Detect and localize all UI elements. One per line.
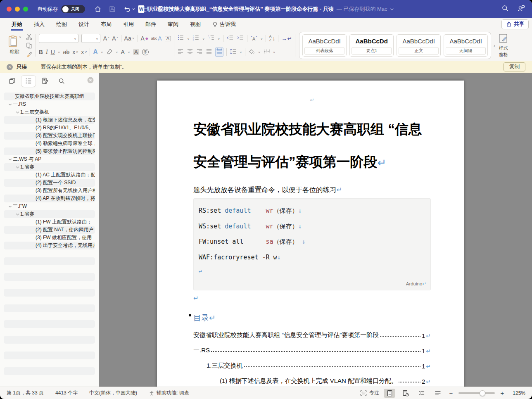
- outline-item[interactable]: 1.省赛: [4, 163, 95, 171]
- outline-item[interactable]: (1) FW 上配置默认路由；: [4, 218, 95, 226]
- align-center-button[interactable]: [187, 48, 193, 56]
- multilevel-chevron[interactable]: ∨: [218, 37, 220, 40]
- subscript-button[interactable]: x2: [72, 49, 78, 55]
- outline-item[interactable]: (1) AC 上配置默认路由；配: [4, 171, 95, 179]
- underline-dropdown-chevron[interactable]: ∨: [58, 50, 60, 53]
- outline-expand-chevron-icon[interactable]: [14, 213, 20, 216]
- outline-item[interactable]: (2) 配置一个 SSID: [4, 179, 95, 187]
- style-gallery-more-chevron[interactable]: ›: [494, 43, 495, 48]
- enclose-characters-button[interactable]: 字: [142, 49, 149, 55]
- outline-item[interactable]: (2) 配置 NAT，使内网用户: [4, 226, 95, 234]
- tab-绘图[interactable]: 绘图: [55, 18, 68, 31]
- shading-chevron[interactable]: ∨: [258, 50, 261, 53]
- font-color-button[interactable]: A: [121, 49, 125, 55]
- outline-item[interactable]: 三.FW: [4, 202, 95, 210]
- search-icon[interactable]: [501, 5, 509, 14]
- tab-开始[interactable]: 开始: [11, 18, 23, 31]
- outline-item[interactable]: (2) RS的E1/0/1、E1/0/5、: [4, 124, 95, 132]
- outline-expand-chevron-icon[interactable]: [14, 166, 20, 169]
- borders-button[interactable]: [264, 48, 270, 56]
- tab-设计[interactable]: 设计: [78, 18, 90, 31]
- toc-entry[interactable]: 安徽省职业院校技能大赛高职组 “信息安全管理与评估”赛项第一阶段1↵: [193, 326, 431, 342]
- outline-item[interactable]: (5) 要求禁止配置访问控制列: [4, 147, 95, 155]
- autosave-toggle[interactable]: 关闭: [61, 5, 85, 13]
- outline-expand-chevron-icon[interactable]: [7, 158, 13, 161]
- character-shading-button[interactable]: A: [133, 49, 139, 55]
- word-count-status[interactable]: 4413 个字: [55, 390, 78, 397]
- show-marks-button[interactable]: →↵: [281, 36, 292, 41]
- thumbnails-tab[interactable]: [5, 76, 19, 87]
- tab-引用[interactable]: 引用: [122, 18, 135, 31]
- format-painter-icon[interactable]: [26, 51, 33, 59]
- line-spacing-button[interactable]: [230, 48, 237, 56]
- outline-expand-chevron-icon[interactable]: [14, 111, 20, 114]
- outline-view-button[interactable]: [416, 389, 428, 398]
- zoom-percentage[interactable]: 125%: [510, 390, 525, 396]
- draft-view-button[interactable]: [432, 389, 444, 398]
- toc-entry[interactable]: 1.三层交换机1↵: [193, 357, 431, 372]
- align-left-button[interactable]: [177, 48, 184, 56]
- sidebar-search-tab[interactable]: [55, 76, 69, 87]
- outline-item[interactable]: 一.RS: [4, 100, 95, 108]
- zoom-slider[interactable]: [458, 392, 495, 394]
- zoom-out-button[interactable]: −: [448, 390, 454, 397]
- minimize-window-button[interactable]: [15, 7, 20, 12]
- presence-comments-icon[interactable]: [517, 5, 525, 14]
- copy-icon[interactable]: [26, 42, 33, 51]
- outline-tab[interactable]: [21, 76, 36, 87]
- review-tab[interactable]: [38, 76, 52, 87]
- borders-chevron[interactable]: ∨: [273, 50, 276, 53]
- highlight-chevron[interactable]: ∨: [116, 50, 118, 53]
- title-chevron-icon[interactable]: [390, 8, 394, 11]
- distributed-button[interactable]: [215, 48, 223, 57]
- outline-item[interactable]: (4) AP 在收到错误帧时，将: [4, 195, 95, 202]
- numbering-button[interactable]: 123: [192, 34, 200, 43]
- outline-item[interactable]: 二.WS 与 AP: [4, 155, 95, 163]
- document-page[interactable]: ↵ 安徽省职业院校技能大赛高职组 “信息安全管理与评估”赛项第一阶段↵ 题头先放…: [157, 81, 464, 387]
- sort-button[interactable]: AZ↓: [269, 35, 275, 42]
- bold-button[interactable]: B: [39, 49, 43, 55]
- outline-item[interactable]: (4) 出于安全考虑，无线用户: [4, 242, 95, 249]
- phonetic-guide-button[interactable]: abcA: [151, 36, 162, 41]
- fullscreen-window-button[interactable]: [23, 7, 28, 12]
- saved-status-text[interactable]: — 已保存到我的 Mac: [337, 5, 387, 13]
- font-name-combobox[interactable]: ∨: [39, 34, 78, 43]
- outline-item[interactable]: (1) 根据下述信息及表，在交: [4, 116, 95, 124]
- outline-item[interactable]: 1.三层交换机: [4, 108, 95, 116]
- outline-expand-chevron-icon[interactable]: [7, 205, 13, 208]
- align-right-button[interactable]: [196, 48, 203, 56]
- home-icon[interactable]: [94, 5, 102, 13]
- outline-item[interactable]: 1.省赛: [4, 210, 95, 218]
- justify-button[interactable]: [206, 48, 212, 56]
- shading-button[interactable]: [248, 48, 255, 56]
- page-count-status[interactable]: 第 1页，共 33 页: [7, 390, 44, 397]
- shrink-font-button[interactable]: Aˇ: [112, 36, 118, 41]
- tab-告诉我[interactable]: 告诉我: [211, 18, 237, 31]
- grow-font-button[interactable]: Aˆ: [103, 36, 109, 41]
- superscript-button[interactable]: x2: [81, 49, 87, 55]
- paste-dropdown-chevron[interactable]: ∨: [19, 36, 21, 38]
- style-正文[interactable]: AaBbCcDdI正文: [397, 34, 441, 57]
- mobile-view-button[interactable]: [400, 389, 411, 398]
- duplicate-button[interactable]: 复制: [504, 62, 525, 71]
- tab-插入[interactable]: 插入: [33, 18, 45, 31]
- italic-button[interactable]: I: [46, 49, 48, 55]
- language-status[interactable]: 中文(简体，中国大陆): [89, 390, 137, 397]
- asian-layout-chevron[interactable]: ∨: [261, 37, 263, 40]
- character-border-button[interactable]: A: [165, 36, 171, 41]
- multilevel-list-button[interactable]: 1i: [208, 34, 215, 43]
- tab-邮件[interactable]: 邮件: [145, 18, 157, 31]
- save-icon[interactable]: [109, 5, 116, 13]
- outline-item[interactable]: (3) 配置所有无线接入用户相: [4, 187, 95, 195]
- outline-item[interactable]: 安徽省职业院校技能大赛高职组: [4, 93, 95, 100]
- tab-审阅[interactable]: 审阅: [167, 18, 179, 31]
- close-window-button[interactable]: [7, 7, 12, 12]
- asian-layout-button[interactable]: A: [250, 36, 258, 42]
- text-effects-button[interactable]: A: [93, 49, 98, 55]
- zoom-slider-thumb[interactable]: [480, 390, 485, 396]
- tab-布局[interactable]: 布局: [100, 18, 112, 31]
- numbering-chevron[interactable]: ∨: [202, 37, 205, 40]
- font-size-combobox[interactable]: ∨: [81, 34, 100, 43]
- outline-item[interactable]: (4) 勒索蠕虫病毒席卷全球，: [4, 140, 95, 147]
- outline-item[interactable]: (3) 配置实现交换机上联接口: [4, 132, 95, 140]
